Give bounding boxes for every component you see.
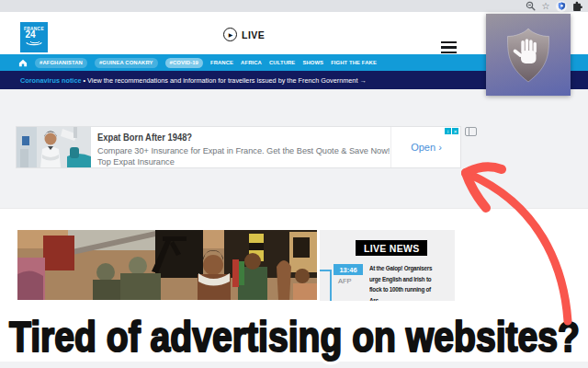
browser-toolbar-icons: ☆ — [525, 0, 582, 12]
ad-title[interactable]: Expat Born After 1948? — [97, 132, 192, 143]
notice-link[interactable]: View the recommendations and information… — [87, 76, 367, 85]
nav-item-fight-the-fake[interactable]: FIGHT THE FAKE — [331, 60, 377, 65]
side-panel-icon[interactable] — [465, 127, 477, 136]
notice-title: Coronavirus notice — [20, 76, 82, 85]
news-headline[interactable]: At the Galop! Organisers urge English an… — [369, 263, 432, 301]
ad-description: Compare 30+ Insurance for Expat in Franc… — [97, 146, 390, 155]
screenshot-root: ☆ FRANCE 24 ▶ LIVE #AFGHANISTAN #GU — [0, 0, 588, 368]
zoom-out-icon[interactable] — [525, 1, 536, 12]
ad-image — [17, 127, 91, 167]
logo-swirl-icon — [25, 40, 43, 48]
live-news-panel: LIVE NEWS 13:46 AFP At the Galop! Organi… — [320, 230, 455, 301]
adchoices-controls: i ✕ — [445, 128, 458, 134]
adchoices-info-icon[interactable]: i — [445, 128, 451, 134]
bookmark-star-icon[interactable]: ☆ — [540, 1, 551, 12]
notice-separator: • — [82, 76, 88, 85]
timeline-line — [330, 270, 332, 301]
browser-toolbar: ☆ — [0, 0, 588, 13]
nav-tag-afghanistan[interactable]: #AFGHANISTAN — [35, 58, 87, 68]
news-source: AFP — [338, 277, 352, 285]
menu-icon[interactable] — [441, 41, 457, 53]
nav-item-shows[interactable]: SHOWS — [302, 60, 323, 65]
news-timestamp: 13:46 — [334, 264, 363, 275]
ad-advertiser: Top Expat Insurance — [97, 157, 175, 167]
adblock-popup[interactable] — [486, 14, 571, 96]
live-news-badge: LIVE NEWS — [356, 240, 427, 256]
ad-close-icon[interactable]: ✕ — [452, 128, 458, 134]
live-button[interactable]: ▶ LIVE — [223, 28, 265, 41]
adblock-extension-icon[interactable] — [556, 1, 567, 12]
live-button-label: LIVE — [242, 29, 265, 40]
stop-hand-shield-icon — [502, 26, 555, 85]
nav-item-france[interactable]: FRANCE — [210, 60, 233, 65]
nav-tag-guinea-conakry[interactable]: #GUINEA CONAKRY — [95, 58, 158, 68]
home-icon[interactable] — [18, 59, 28, 67]
nav-item-africa[interactable]: AFRICA — [241, 60, 262, 65]
news-photo[interactable] — [17, 230, 317, 300]
france24-logo[interactable]: FRANCE 24 — [20, 22, 48, 52]
ad-banner[interactable]: Expat Born After 1948? Compare 30+ Insur… — [16, 126, 461, 168]
nav-tag-covid19[interactable]: #COVID-19 — [165, 58, 203, 68]
nav-item-culture[interactable]: CULTURE — [269, 60, 295, 65]
logo-text-24: 24 — [13, 31, 48, 39]
play-icon: ▶ — [223, 28, 237, 41]
extensions-puzzle-icon[interactable] — [571, 1, 582, 12]
